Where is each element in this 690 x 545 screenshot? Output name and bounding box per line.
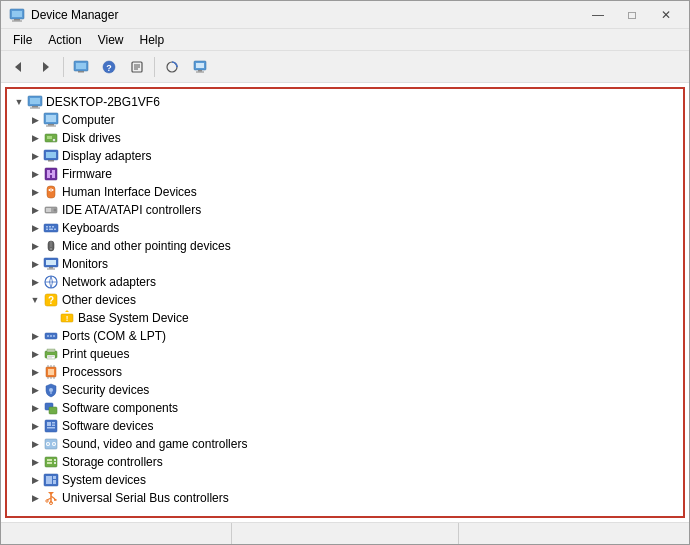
monitor-button[interactable] (187, 54, 213, 80)
svg-rect-44 (46, 208, 51, 212)
close-button[interactable]: ✕ (651, 5, 681, 25)
keyboards-expander[interactable]: ▶ (27, 220, 43, 236)
software-devices-label: Software devices (62, 419, 153, 433)
svg-rect-27 (48, 124, 54, 126)
svg-rect-19 (198, 70, 202, 72)
root-expander[interactable]: ▼ (11, 94, 27, 110)
toolbar-separator-1 (63, 57, 64, 77)
software-components-icon (43, 400, 59, 416)
svg-text:?: ? (48, 295, 54, 306)
status-panel (5, 523, 232, 544)
keyboards-label: Keyboards (62, 221, 119, 235)
hid-expander[interactable]: ▶ (27, 184, 43, 200)
menu-file[interactable]: File (5, 29, 40, 50)
tree-item-ide[interactable]: ▶ IDE ATA/ATAPI controllers (7, 201, 683, 219)
sound-expander[interactable]: ▶ (27, 436, 43, 452)
security-expander[interactable]: ▶ (27, 382, 43, 398)
base-system-icon: ! (59, 310, 75, 326)
svg-rect-86 (49, 407, 57, 414)
other-expander[interactable]: ▼ (27, 292, 43, 308)
tree-item-mice[interactable]: ▶ Mice and other pointing devices (7, 237, 683, 255)
svg-point-68 (50, 335, 52, 337)
disk-expander[interactable]: ▶ (27, 130, 43, 146)
tree-item-security[interactable]: ▶ Security devices (7, 381, 683, 399)
svg-point-83 (49, 388, 53, 392)
storage-expander[interactable]: ▶ (27, 454, 43, 470)
print-expander[interactable]: ▶ (27, 346, 43, 362)
tree-item-system-devices[interactable]: ▶ System devices (7, 471, 683, 489)
usb-expander[interactable]: ▶ (27, 490, 43, 506)
software-devices-expander[interactable]: ▶ (27, 418, 43, 434)
content-area: ▼ DESKTOP-2BG1VF6 ▶ (1, 83, 689, 522)
tree-item-keyboards[interactable]: ▶ Keyboards (7, 219, 683, 237)
minimize-button[interactable]: — (583, 5, 613, 25)
device-manager-window: Device Manager — □ ✕ File Action View He… (0, 0, 690, 545)
tree-root[interactable]: ▼ DESKTOP-2BG1VF6 (7, 93, 683, 111)
processors-label: Processors (62, 365, 122, 379)
scan-button[interactable] (159, 54, 185, 80)
tree-item-firmware[interactable]: ▶ Firmware (7, 165, 683, 183)
tree-item-monitors[interactable]: ▶ Monitors (7, 255, 683, 273)
tree-item-network[interactable]: ▶ Network adapters (7, 273, 683, 291)
tree-item-hid[interactable]: ▶ Human Interface Devices (7, 183, 683, 201)
menu-view[interactable]: View (90, 29, 132, 50)
software-components-expander[interactable]: ▶ (27, 400, 43, 416)
svg-rect-23 (32, 106, 38, 108)
tree-item-print-queues[interactable]: ▶ Print queues (7, 345, 683, 363)
processors-expander[interactable]: ▶ (27, 364, 43, 380)
back-button[interactable] (5, 54, 31, 80)
svg-point-100 (54, 459, 56, 461)
svg-rect-26 (46, 115, 56, 122)
svg-point-95 (47, 443, 49, 445)
tree-item-computer[interactable]: ▶ Computer (7, 111, 683, 129)
tree-item-usb[interactable]: ▶ Universal Serial Bus controllers (7, 489, 683, 507)
ide-expander[interactable]: ▶ (27, 202, 43, 218)
svg-rect-88 (47, 422, 51, 426)
svg-rect-71 (47, 349, 55, 352)
svg-rect-47 (46, 226, 48, 228)
title-bar-controls: — □ ✕ (583, 5, 681, 25)
svg-rect-34 (48, 160, 54, 162)
display-expander[interactable]: ▶ (27, 148, 43, 164)
mice-expander[interactable]: ▶ (27, 238, 43, 254)
monitors-expander[interactable]: ▶ (27, 256, 43, 272)
tree-item-software-devices[interactable]: ▶ Software devices (7, 417, 683, 435)
tree-item-ports[interactable]: ▶ Ports (COM & LPT) (7, 327, 683, 345)
svg-text:?: ? (106, 63, 112, 73)
svg-rect-76 (48, 369, 54, 375)
monitors-label: Monitors (62, 257, 108, 271)
properties-button[interactable] (124, 54, 150, 80)
svg-rect-103 (46, 476, 52, 484)
device-manager-button[interactable] (68, 54, 94, 80)
maximize-button[interactable]: □ (617, 5, 647, 25)
tree-item-storage[interactable]: ▶ Storage controllers (7, 453, 683, 471)
menu-action[interactable]: Action (40, 29, 89, 50)
network-expander[interactable]: ▶ (27, 274, 43, 290)
forward-button[interactable] (33, 54, 59, 80)
tree-item-base-system[interactable]: ▶ ! Base System Device (7, 309, 683, 327)
tree-item-disk-drives[interactable]: ▶ Disk drives (7, 129, 683, 147)
system-expander[interactable]: ▶ (27, 472, 43, 488)
title-bar: Device Manager — □ ✕ (1, 1, 689, 29)
svg-rect-38 (47, 173, 55, 175)
software-devices-icon (43, 418, 59, 434)
security-icon (43, 382, 59, 398)
tree-item-software-components[interactable]: ▶ Software components (7, 399, 683, 417)
print-icon (43, 346, 59, 362)
menu-help[interactable]: Help (132, 29, 173, 50)
svg-point-45 (54, 209, 57, 212)
ports-expander[interactable]: ▶ (27, 328, 43, 344)
security-label: Security devices (62, 383, 149, 397)
tree-item-other-devices[interactable]: ▼ ? Other devices (7, 291, 683, 309)
tree-item-display-adapters[interactable]: ▶ Display adapters (7, 147, 683, 165)
device-tree[interactable]: ▼ DESKTOP-2BG1VF6 ▶ (5, 87, 685, 518)
firmware-expander[interactable]: ▶ (27, 166, 43, 182)
computer-expander[interactable]: ▶ (27, 112, 43, 128)
svg-marker-4 (15, 62, 21, 72)
storage-label: Storage controllers (62, 455, 163, 469)
svg-rect-104 (53, 476, 56, 479)
tree-item-sound[interactable]: ▶ Sound, video and game controllers (7, 435, 683, 453)
svg-rect-51 (49, 229, 53, 231)
help-button[interactable]: ? (96, 54, 122, 80)
tree-item-processors[interactable]: ▶ Processors (7, 363, 683, 381)
